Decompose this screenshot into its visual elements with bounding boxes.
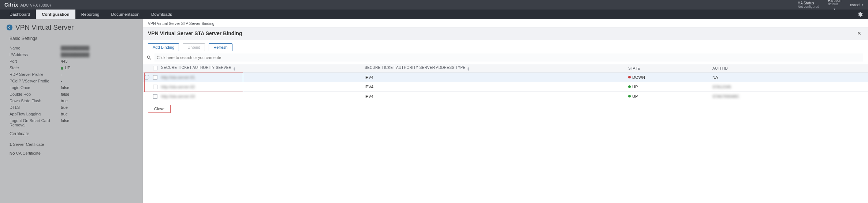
cell-sta-server: http://sta-server-02 (160, 85, 365, 89)
col-header-type[interactable]: SECURE TICKET AUTHORITY SERVER ADDRESS T… (365, 66, 628, 71)
user-menu[interactable]: nsroot ▾ (850, 3, 864, 7)
gear-icon[interactable] (852, 10, 868, 19)
sta-table: SECURE TICKET AUTHORITY SERVER▲▼ SECURE … (143, 64, 868, 101)
table-header: SECURE TICKET AUTHORITY SERVER▲▼ SECURE … (143, 64, 868, 73)
action-toolbar: Add Binding Unbind Refresh (143, 40, 868, 53)
close-icon[interactable]: ✕ (856, 30, 863, 37)
cell-address-type: IPV4 (365, 75, 628, 80)
modal-backdrop (0, 19, 143, 203)
brand: Citrix ADC VPX (3000) (4, 2, 51, 8)
breadcrumb: VPN Virtual Server STA Server Binding (143, 19, 868, 27)
cell-state: DOWN (628, 75, 712, 80)
sta-binding-modal: VPN Virtual Server STA Server Binding VP… (143, 19, 868, 203)
col-header-sta[interactable]: SECURE TICKET AUTHORITY SERVER▲▼ (160, 66, 365, 71)
cell-auth-id: NA (712, 75, 868, 80)
menu-dashboard[interactable]: Dashboard (4, 10, 36, 19)
svg-point-0 (147, 56, 150, 58)
cell-auth-id: STA12345 (712, 85, 868, 89)
table-row[interactable]: http://sta-server-03 IPV4 UP STA67890ABC (143, 92, 868, 101)
select-all-checkbox[interactable] (153, 66, 157, 70)
row-checkbox[interactable] (153, 85, 157, 89)
status-dot-icon (628, 85, 631, 88)
modal-title: VPN Virtual Server STA Server Binding (148, 30, 242, 36)
cell-address-type: IPV4 (365, 85, 628, 89)
user-name: nsroot (850, 3, 860, 7)
col-header-state[interactable]: STATE (628, 66, 712, 70)
close-button[interactable]: Close (148, 105, 171, 113)
refresh-button[interactable]: Refresh (209, 43, 232, 51)
unbind-button: Unbind (183, 43, 205, 51)
main-menubar: Dashboard Configuration Reporting Docume… (0, 10, 868, 19)
ha-status-value: Not configured (798, 5, 819, 9)
search-input[interactable] (154, 53, 863, 62)
status-dot-icon (628, 76, 631, 78)
table-row[interactable]: − http://sta-server-01 IPV4 DOWN NA (143, 73, 868, 82)
chevron-down-icon: ▾ (834, 8, 835, 11)
svg-line-1 (150, 58, 151, 60)
brand-bar: Citrix ADC VPX (3000) HA Status Not conf… (0, 0, 868, 10)
brand-product: ADC VPX (3000) (21, 3, 51, 7)
status-dot-icon (628, 95, 631, 97)
brand-name: Citrix (4, 2, 18, 8)
partition-selector[interactable]: Partition default ▾ (828, 0, 842, 11)
menu-documentation[interactable]: Documentation (105, 10, 145, 19)
row-checkbox[interactable] (153, 94, 157, 99)
expand-icon[interactable]: − (144, 75, 149, 80)
cell-state: UP (628, 85, 712, 89)
menu-configuration[interactable]: Configuration (36, 10, 75, 19)
cell-address-type: IPV4 (365, 94, 628, 99)
table-row[interactable]: http://sta-server-02 IPV4 UP STA12345 (143, 82, 868, 92)
ha-status[interactable]: HA Status Not configured (798, 1, 819, 9)
partition-value: default (828, 3, 838, 6)
cell-sta-server: http://sta-server-01 (160, 75, 365, 80)
menu-downloads[interactable]: Downloads (145, 10, 178, 19)
cell-sta-server: http://sta-server-03 (160, 94, 365, 99)
cell-state: UP (628, 94, 712, 99)
search-icon[interactable] (146, 54, 152, 61)
col-header-auth[interactable]: AUTH ID (712, 66, 868, 70)
menu-reporting[interactable]: Reporting (75, 10, 105, 19)
chevron-down-icon: ▾ (862, 3, 864, 7)
add-binding-button[interactable]: Add Binding (148, 43, 179, 51)
row-checkbox[interactable] (153, 75, 157, 80)
search-row (143, 53, 868, 64)
cell-auth-id: STA67890ABC (712, 94, 868, 99)
ha-status-label: HA Status (798, 1, 814, 5)
